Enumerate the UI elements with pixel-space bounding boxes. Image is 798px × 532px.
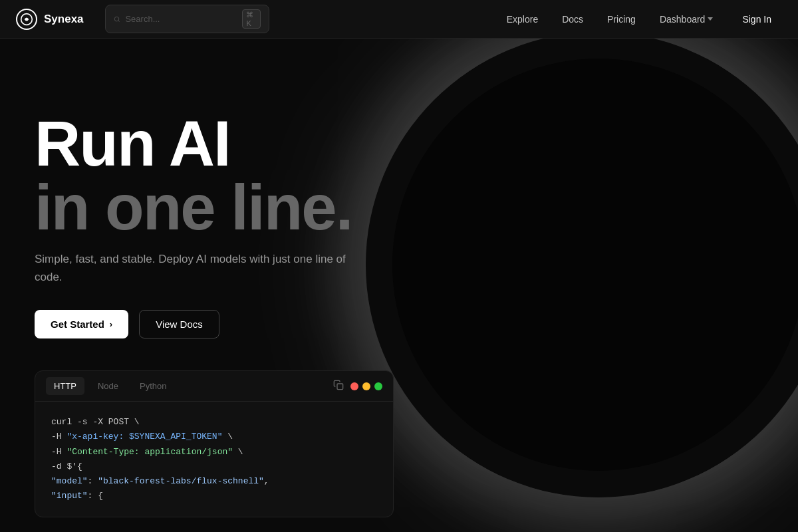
hero-section: Run AI in one line. Simple, fast, and st… <box>0 39 798 532</box>
eclipse-graphic <box>352 39 798 532</box>
search-shortcut: ⌘ K <box>242 9 260 29</box>
hero-content: Run AI in one line. Simple, fast, and st… <box>35 112 394 517</box>
hero-title: Run AI in one line. <box>35 112 394 239</box>
nav-pricing[interactable]: Pricing <box>597 9 646 30</box>
code-line-1: curl -s -X POST \ <box>51 415 377 430</box>
nav-signin[interactable]: Sign In <box>732 9 782 30</box>
code-line-6: "input": { <box>51 489 377 503</box>
hero-subtitle: Simple, fast, and stable. Deploy AI mode… <box>35 250 354 286</box>
search-bar[interactable]: ⌘ K <box>105 5 269 33</box>
code-line-5: "model": "black-forest-labs/flux-schnell… <box>51 474 377 489</box>
svg-rect-1 <box>337 384 343 390</box>
logo[interactable]: Synexa <box>16 9 84 30</box>
dashboard-chevron-icon <box>708 17 713 21</box>
eclipse-core <box>392 59 798 471</box>
code-line-4: -d $'{ <box>51 460 377 474</box>
dot-green <box>374 382 382 390</box>
get-started-button[interactable]: Get Started › <box>35 310 128 338</box>
logo-name: Synexa <box>44 13 84 26</box>
window-dots <box>350 382 382 390</box>
search-input[interactable] <box>125 14 237 24</box>
hero-buttons: Get Started › View Docs <box>35 310 394 338</box>
code-content: curl -s -X POST \ -H "x-api-key: $SYNEXA… <box>35 402 393 517</box>
copy-icon[interactable] <box>333 380 344 392</box>
code-line-2: -H "x-api-key: $SYNEXA_API_TOKEN" \ <box>51 430 377 444</box>
tab-http[interactable]: HTTP <box>46 377 84 395</box>
tab-node[interactable]: Node <box>90 377 126 395</box>
code-tabs: HTTP Node Python <box>35 371 393 402</box>
hero-title-line2: in one line. <box>35 176 394 239</box>
dot-yellow <box>362 382 370 390</box>
code-line-3: -H "Content-Type: application/json" \ <box>51 445 377 460</box>
navbar: Synexa ⌘ K Explore Docs Pricing Dashboar… <box>0 0 798 39</box>
nav-docs[interactable]: Docs <box>551 9 594 30</box>
nav-dashboard[interactable]: Dashboard <box>649 9 724 30</box>
svg-point-0 <box>114 17 119 21</box>
logo-icon <box>16 9 37 30</box>
view-docs-button[interactable]: View Docs <box>139 310 219 338</box>
nav-links: Explore Docs Pricing Dashboard Sign In <box>496 9 782 30</box>
search-icon <box>114 15 120 24</box>
code-block: HTTP Node Python <box>35 370 394 517</box>
arrow-icon: › <box>110 319 112 329</box>
dot-red <box>350 382 358 390</box>
nav-explore[interactable]: Explore <box>496 9 549 30</box>
code-tab-actions <box>333 380 382 392</box>
tab-python[interactable]: Python <box>132 377 174 395</box>
hero-title-line1: Run AI <box>35 112 394 176</box>
